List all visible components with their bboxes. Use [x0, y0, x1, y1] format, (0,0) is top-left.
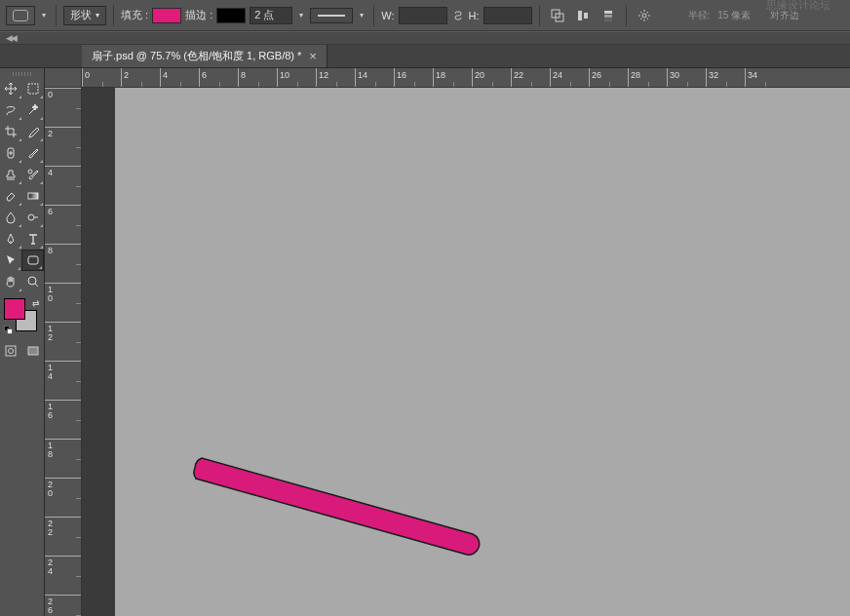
separator: [113, 5, 114, 26]
svg-rect-13: [28, 256, 38, 264]
default-colors-icon[interactable]: [4, 326, 14, 335]
color-swatches: ⇄: [4, 298, 41, 335]
ruler-tick: 0: [82, 68, 121, 87]
stroke-width-dropdown[interactable]: ▾: [296, 6, 306, 25]
dodge-tool[interactable]: [22, 207, 45, 228]
zoom-tool[interactable]: [22, 271, 45, 292]
document-tab[interactable]: 扇子.psd @ 75.7% (色相/饱和度 1, RGB/8) * ×: [82, 45, 328, 67]
ruler-tick: 1 4: [45, 361, 81, 400]
link-wh-icon[interactable]: [451, 9, 465, 22]
ruler-tick: 32: [706, 68, 745, 87]
ruler-tick: 10: [277, 68, 316, 87]
ruler-tick: 1 0: [45, 283, 81, 322]
stroke-style-select[interactable]: [310, 8, 353, 23]
ruler-tick: 24: [550, 68, 589, 87]
shape-tool[interactable]: [21, 250, 44, 271]
height-input[interactable]: [483, 7, 532, 24]
separator: [56, 5, 57, 26]
ruler-tick: 2 6: [45, 595, 81, 616]
tool-mode-label: 形状: [70, 8, 92, 22]
move-tool[interactable]: [0, 78, 22, 99]
canvas[interactable]: [115, 88, 850, 616]
toolbox-grip[interactable]: [0, 70, 44, 78]
path-select-tool[interactable]: [0, 250, 21, 271]
ruler-tick: 0: [45, 88, 81, 127]
marquee-tool[interactable]: [22, 78, 45, 99]
svg-rect-11: [28, 193, 38, 199]
separator: [626, 5, 627, 26]
fill-swatch[interactable]: [152, 8, 181, 23]
history-brush-tool[interactable]: [22, 164, 45, 185]
canvas-viewport[interactable]: [82, 88, 850, 616]
close-icon[interactable]: ×: [309, 49, 317, 63]
stroke-width-input[interactable]: [250, 7, 292, 24]
quickmask-standard[interactable]: [0, 341, 22, 361]
eraser-tool[interactable]: [0, 185, 22, 207]
lasso-tool[interactable]: [0, 99, 22, 121]
path-combine-button[interactable]: [547, 5, 568, 26]
rounded-rect-shape[interactable]: [183, 448, 495, 565]
path-align-button[interactable]: [572, 5, 594, 26]
gradient-tool[interactable]: [22, 185, 45, 207]
document-tab-bar: 扇子.psd @ 75.7% (色相/饱和度 1, RGB/8) * ×: [0, 45, 850, 68]
ruler-tick: 26: [589, 68, 628, 87]
screenmode-button[interactable]: [22, 341, 45, 361]
ruler-tick: 2 4: [45, 556, 81, 595]
toolbox: ⇄: [0, 68, 45, 616]
ruler-tick: 4: [160, 68, 199, 87]
stroke-swatch[interactable]: [216, 8, 246, 23]
ruler-tick: 2: [121, 68, 160, 87]
document-tab-title: 扇子.psd @ 75.7% (色相/饱和度 1, RGB/8) *: [92, 49, 301, 63]
path-arrange-button[interactable]: [598, 5, 619, 26]
ruler-tick: 1 8: [45, 439, 81, 478]
ruler-tick: 1 2: [45, 322, 81, 361]
ruler-tick: 8: [238, 68, 277, 87]
ruler-tick: 14: [355, 68, 394, 87]
hand-tool[interactable]: [0, 271, 22, 292]
type-tool[interactable]: [22, 228, 45, 250]
swap-colors-icon[interactable]: ⇄: [32, 298, 40, 308]
magic-wand-tool[interactable]: [22, 99, 45, 121]
ruler-tick: 4: [45, 166, 81, 205]
foreground-color[interactable]: [4, 298, 25, 320]
options-bar: ▾ 形状 ▾ 填充 : 描边 : ▾ ▾ W: H: 半径: 15 像素 对齐边: [0, 0, 850, 31]
svg-rect-15: [6, 346, 16, 356]
ruler-tick: 34: [745, 68, 784, 87]
gear-icon[interactable]: [634, 5, 655, 26]
brush-tool[interactable]: [22, 142, 45, 164]
svg-rect-3: [584, 13, 588, 19]
healing-tool[interactable]: [0, 142, 22, 164]
ruler-tick: 30: [667, 68, 706, 87]
blur-tool[interactable]: [0, 207, 22, 228]
ruler-tick: 22: [511, 68, 550, 87]
svg-point-10: [28, 170, 32, 173]
width-input[interactable]: [399, 7, 447, 24]
pen-tool[interactable]: [0, 228, 22, 250]
ruler-tick: 28: [628, 68, 667, 87]
svg-rect-6: [604, 19, 612, 21]
svg-point-7: [642, 14, 646, 18]
tool-mode-select[interactable]: 形状 ▾: [63, 6, 106, 25]
crop-tool[interactable]: [0, 121, 22, 142]
height-label: H:: [469, 10, 480, 21]
stamp-tool[interactable]: [0, 164, 22, 185]
svg-rect-2: [578, 11, 582, 20]
svg-rect-17: [28, 347, 38, 355]
ruler-tick: 16: [394, 68, 433, 87]
ruler-tick: 2 0: [45, 478, 81, 517]
separator: [539, 5, 540, 26]
ruler-horizontal[interactable]: 0246810121416182022242628303234: [82, 68, 850, 88]
preset-dropdown-icon[interactable]: ▾: [39, 6, 49, 25]
eyedropper-tool[interactable]: [22, 121, 45, 142]
ruler-vertical[interactable]: 024681 01 21 41 61 82 02 22 42 6: [45, 88, 82, 616]
fill-label: 填充 :: [121, 8, 148, 22]
ruler-tick: 2: [45, 127, 81, 166]
stroke-style-dropdown[interactable]: ▾: [357, 6, 367, 25]
svg-rect-5: [604, 15, 612, 18]
ruler-tick: 6: [45, 205, 81, 244]
ruler-tick: 18: [433, 68, 472, 87]
ruler-tick: 2 2: [45, 517, 81, 556]
radius-label: 半径:: [688, 9, 711, 22]
shape-preset-button[interactable]: [6, 6, 35, 25]
collapse-bar[interactable]: ◀◀: [0, 31, 850, 45]
